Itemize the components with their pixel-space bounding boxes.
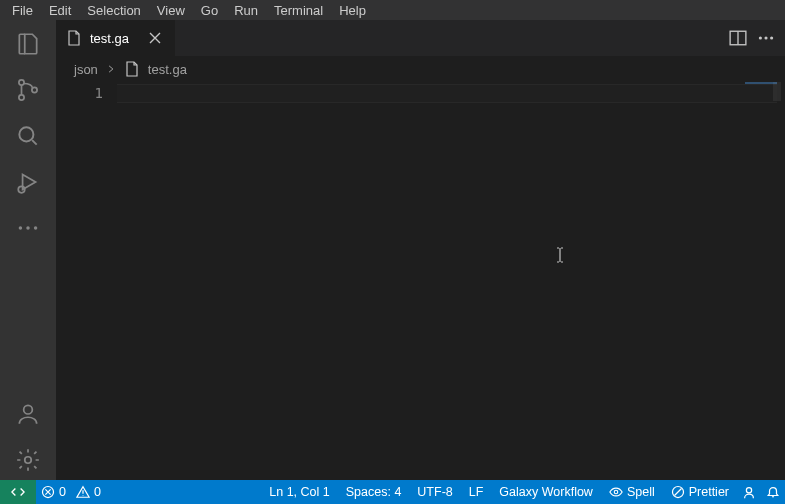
menu-selection[interactable]: Selection [79, 1, 148, 20]
file-icon [124, 61, 140, 77]
search-icon[interactable] [14, 122, 42, 150]
encoding[interactable]: UTF-8 [409, 480, 460, 504]
spell-label: Spell [627, 485, 655, 499]
svg-point-1 [19, 95, 24, 100]
menu-run[interactable]: Run [226, 1, 266, 20]
prettier-item[interactable]: Prettier [663, 480, 737, 504]
tab-actions [719, 20, 785, 56]
svg-point-11 [759, 36, 762, 39]
activity-bar [0, 20, 56, 480]
remote-indicator[interactable] [0, 480, 36, 504]
breadcrumb[interactable]: json test.ga [56, 56, 785, 82]
split-editor-icon[interactable] [729, 29, 747, 47]
file-icon [66, 30, 82, 46]
overview-ruler[interactable] [767, 82, 781, 480]
svg-point-9 [25, 457, 32, 464]
chevron-right-icon [106, 62, 116, 77]
editor[interactable]: 1 [56, 82, 785, 480]
eol[interactable]: LF [461, 480, 492, 504]
status-bar: 0 0 Ln 1, Col 1 Spaces: 4 UTF-8 LF Galax… [0, 480, 785, 504]
menu-terminal[interactable]: Terminal [266, 1, 331, 20]
errors-count: 0 [59, 485, 66, 499]
svg-point-7 [34, 226, 37, 229]
editor-area: test.ga json [56, 20, 785, 480]
cancel-circle-icon [671, 485, 685, 499]
breadcrumb-folder[interactable]: json [74, 62, 98, 77]
svg-point-0 [19, 80, 24, 85]
main: test.ga json [0, 20, 785, 480]
svg-point-5 [19, 226, 22, 229]
menubar: File Edit Selection View Go Run Terminal… [0, 0, 785, 20]
indentation[interactable]: Spaces: 4 [338, 480, 410, 504]
svg-point-13 [770, 36, 773, 39]
notifications-bell-icon[interactable] [761, 480, 785, 504]
tab-close-icon[interactable] [147, 30, 163, 46]
errors-item[interactable]: 0 [36, 480, 71, 504]
svg-point-3 [19, 127, 33, 141]
cursor-position[interactable]: Ln 1, Col 1 [261, 480, 337, 504]
source-control-icon[interactable] [14, 76, 42, 104]
svg-point-2 [32, 87, 37, 92]
warnings-item[interactable]: 0 [71, 480, 106, 504]
eye-icon [609, 485, 623, 499]
menu-edit[interactable]: Edit [41, 1, 79, 20]
tab-test-ga[interactable]: test.ga [56, 20, 176, 56]
menu-help[interactable]: Help [331, 1, 374, 20]
accounts-icon[interactable] [14, 400, 42, 428]
tab-label: test.ga [90, 31, 129, 46]
tab-bar: test.ga [56, 20, 785, 56]
more-icon[interactable] [14, 214, 42, 242]
editor-content[interactable] [113, 82, 785, 480]
feedback-icon[interactable] [737, 480, 761, 504]
editor-more-icon[interactable] [757, 29, 775, 47]
spell-item[interactable]: Spell [601, 480, 663, 504]
menu-go[interactable]: Go [193, 1, 226, 20]
svg-point-12 [764, 36, 767, 39]
warnings-count: 0 [94, 485, 101, 499]
prettier-label: Prettier [689, 485, 729, 499]
menu-file[interactable]: File [4, 1, 41, 20]
menu-view[interactable]: View [149, 1, 193, 20]
svg-point-15 [614, 490, 618, 494]
svg-point-6 [26, 226, 29, 229]
run-debug-icon[interactable] [14, 168, 42, 196]
vertical-scrollbar[interactable] [781, 82, 785, 480]
svg-point-8 [24, 405, 33, 414]
active-line-highlight [117, 84, 777, 103]
language-mode[interactable]: Galaxy Workflow [491, 480, 601, 504]
line-number-gutter: 1 [56, 82, 113, 480]
line-number: 1 [56, 84, 103, 103]
breadcrumb-file[interactable]: test.ga [148, 62, 187, 77]
explorer-icon[interactable] [14, 30, 42, 58]
settings-gear-icon[interactable] [14, 446, 42, 474]
svg-point-17 [746, 488, 751, 493]
